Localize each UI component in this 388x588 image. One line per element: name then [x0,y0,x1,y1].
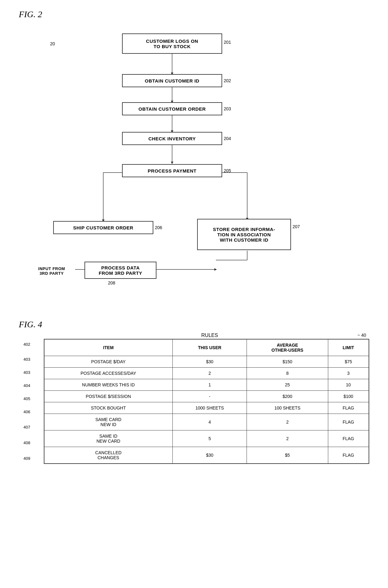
ref-404: 404 [23,383,30,388]
cell-item: SAME IDNEW CARD [44,430,172,447]
cell-this-user: 2 [172,368,247,379]
table-row: CANCELLEDCHANGES $30 $5 FLAG [44,447,369,464]
col-header-avg: AVERAGEOTHER-USERS [247,339,328,356]
cell-avg: 8 [247,368,328,379]
input-3rd-party-label: INPUT FROM3RD PARTY [28,263,75,279]
table-row: POSTAGE $/SESSION - $200 $100 [44,391,369,402]
box-202: OBTAIN CUSTOMER ID [122,74,222,87]
cell-item: POSTAGE $/SESSION [44,391,172,402]
table-row: NUMBER WEEKS THIS ID 1 25 10 [44,379,369,391]
cell-limit: $75 [328,356,369,368]
box-201: CUSTOMER LOGS ONTO BUY STOCK [122,33,222,54]
box-208-label: PROCESS DATAFROM 3RD PARTY [99,265,142,276]
cell-avg: 100 SHEETS [247,402,328,414]
ref-207: 207 [293,224,300,229]
cell-limit: $100 [328,391,369,402]
col-header-item: ITEM [44,339,172,356]
cell-item: POSTAGE ACCESSES/DAY [44,368,172,379]
ref-204: 204 [224,136,231,141]
ref-406: 406 [23,410,30,414]
cell-this-user: - [172,391,247,402]
cell-this-user: 1 [172,379,247,391]
box-205-label: PROCESS PAYMENT [148,168,197,173]
cell-item: SAME CARDNEW ID [44,414,172,430]
ref-409: 409 [23,456,30,461]
rules-table: ITEM THIS USER AVERAGEOTHER-USERS LIMIT … [44,339,369,464]
cell-item: CANCELLEDCHANGES [44,447,172,464]
cell-item: POSTAGE $/DAY [44,356,172,368]
box-208: PROCESS DATAFROM 3RD PARTY [84,262,156,279]
box-205: PROCESS PAYMENT [122,164,222,177]
box-203-label: OBTAIN CUSTOMER ORDER [139,106,206,112]
table-row: POSTAGE $/DAY $30 $150 $75 [44,356,369,368]
table-row: STOCK BOUGHT 1000 SHEETS 100 SHEETS FLAG [44,402,369,414]
ref-405: 405 [23,396,30,401]
ref-208: 208 [108,280,115,285]
cell-this-user: 1000 SHEETS [172,402,247,414]
cell-limit: 10 [328,379,369,391]
table-row: POSTAGE ACCESSES/DAY 2 8 3 [44,368,369,379]
cell-limit: 3 [328,368,369,379]
table-row: SAME IDNEW CARD 5 2 FLAG [44,430,369,447]
svg-marker-7 [171,162,173,164]
box-203: OBTAIN CUSTOMER ORDER [122,102,222,115]
fig4-section: FIG. 4 RULES ~ 40 ITEM THIS USER AVERAGE… [19,319,369,464]
cell-limit: FLAG [328,402,369,414]
fig4-title: FIG. 4 [19,319,369,329]
cell-avg: 25 [247,379,328,391]
ref-403b: 403 [23,370,30,375]
ref-203: 203 [224,106,231,111]
box-204: CHECK INVENTORY [122,132,222,145]
box-204-label: CHECK INVENTORY [148,136,196,141]
cell-this-user: $30 [172,447,247,464]
cell-avg: $200 [247,391,328,402]
ref-407: 407 [23,425,30,430]
ref-402: 402 [23,342,30,347]
cell-this-user: 4 [172,414,247,430]
table-row: SAME CARDNEW ID 4 2 FLAG [44,414,369,430]
rules-label: RULES [50,333,369,338]
ref-408: 408 [23,440,30,445]
ref-20-label: 20 [50,41,55,46]
flowchart-fig2: 20 CUSTOMER LOGS ONTO BUY STOCK 201 OBTA… [19,26,369,307]
row-refs: 402 403 403 404 405 406 407 408 [23,339,42,464]
cell-limit: FLAG [328,447,369,464]
cell-avg: 2 [247,430,328,447]
box-206-label: SHIP CUSTOMER ORDER [73,225,133,230]
rules-table-wrapper: ~ 40 ITEM THIS USER AVERAGEOTHER-USERS L… [44,339,369,464]
ref-201: 201 [224,40,231,45]
cell-avg: $5 [247,447,328,464]
col-header-limit: LIMIT [328,339,369,356]
cell-limit: FLAG [328,430,369,447]
input-label-text: INPUT FROM3RD PARTY [38,266,65,276]
ref-40: ~ 40 [357,333,366,338]
box-207-label: STORE ORDER INFORMA-TION IN ASSOCIATIONW… [213,227,275,243]
ref-205: 205 [224,168,231,173]
fig2-title: FIG. 2 [19,9,369,19]
cell-avg: 2 [247,414,328,430]
cell-this-user: 5 [172,430,247,447]
cell-limit: FLAG [328,414,369,430]
ref-403: 403 [23,357,30,362]
svg-marker-15 [214,268,217,271]
cell-avg: $150 [247,356,328,368]
box-206: SHIP CUSTOMER ORDER [53,221,153,234]
cell-this-user: $30 [172,356,247,368]
col-header-this-user: THIS USER [172,339,247,356]
page: FIG. 2 [0,0,388,473]
box-207: STORE ORDER INFORMA-TION IN ASSOCIATIONW… [197,219,291,250]
box-202-label: OBTAIN CUSTOMER ID [145,78,199,83]
cell-item: STOCK BOUGHT [44,402,172,414]
cell-item: NUMBER WEEKS THIS ID [44,379,172,391]
ref-206: 206 [155,225,162,230]
ref-202: 202 [224,78,231,83]
box-201-label: CUSTOMER LOGS ONTO BUY STOCK [146,38,198,49]
